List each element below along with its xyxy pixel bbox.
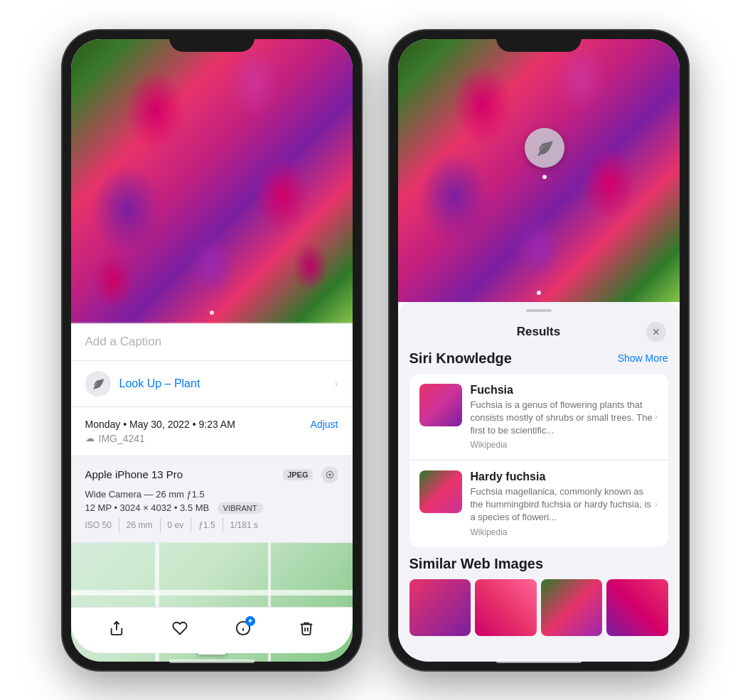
similar-img-2[interactable]: [475, 579, 537, 636]
lookup-prefix: Look Up –: [119, 377, 174, 389]
results-header: Results ✕: [398, 316, 680, 350]
adjust-button[interactable]: Adjust: [311, 419, 338, 430]
exif-shutter: 1/181 s: [223, 518, 265, 532]
photo-dot-indicator: [210, 311, 214, 315]
fuchsia-content: Fuchsia Fuchsia is a genus of flowering …: [471, 384, 658, 451]
similar-section: Similar Web Images: [409, 556, 668, 636]
info-section: Monday • May 30, 2022 • 9:23 AM Adjust ☁…: [71, 407, 353, 456]
similar-img-1[interactable]: [409, 579, 471, 636]
lookup-subject: Plant: [174, 377, 200, 389]
right-phone: Results ✕ Siri Knowledge Show More Fuchs…: [390, 31, 688, 670]
close-button[interactable]: ✕: [646, 322, 666, 342]
camera-section: Apple iPhone 13 Pro JPEG Wide Camera — 2…: [71, 456, 353, 543]
exif-focal: 26 mm: [119, 518, 161, 532]
hardy-content: Hardy fuchsia Fuchsia magellanica, commo…: [471, 470, 658, 537]
exif-row: ISO 50 26 mm 0 ev ƒ1.5 1/181 s: [85, 518, 338, 532]
siri-knowledge-title: Siri Knowledge: [409, 350, 512, 367]
exif-iso: ISO 50: [85, 518, 119, 532]
circle-icon: [325, 470, 335, 480]
knowledge-item-fuchsia[interactable]: Fuchsia Fuchsia is a genus of flowering …: [409, 374, 668, 461]
fuchsia-source: Wikipedia: [471, 440, 658, 450]
hardy-name: Hardy fuchsia: [471, 470, 658, 483]
visual-lookup-badge[interactable]: [525, 128, 564, 168]
vibrant-badge: VIBRANT: [218, 502, 263, 514]
siri-knowledge-header: Siri Knowledge Show More: [409, 350, 668, 367]
left-phone: Add a Caption Look Up – Plant › Monday •…: [63, 31, 361, 670]
info-button[interactable]: ✦: [232, 618, 254, 639]
dot-row-right: [537, 291, 541, 295]
results-panel: Results ✕ Siri Knowledge Show More Fuchs…: [398, 302, 680, 662]
hardy-thumbnail: [419, 470, 462, 513]
fuchsia-thumbnail: [419, 384, 462, 426]
lookup-leaf-icon: [535, 138, 555, 158]
date-row: Monday • May 30, 2022 • 9:23 AM Adjust: [85, 419, 338, 430]
camera-detail2-text: 12 MP • 3024 × 4032 • 3.5 MB: [85, 502, 210, 513]
map-road-h1: [71, 590, 353, 596]
hardy-source: Wikipedia: [471, 527, 658, 537]
jpeg-badge: JPEG: [283, 469, 312, 480]
share-icon: [109, 620, 124, 636]
heart-button[interactable]: [169, 618, 191, 639]
filename: IMG_4241: [99, 433, 145, 444]
trash-icon: [299, 620, 314, 636]
caption-placeholder[interactable]: Add a Caption: [85, 335, 162, 348]
camera-header: Apple iPhone 13 Pro JPEG: [85, 466, 338, 483]
cloud-icon: ☁: [85, 433, 95, 443]
similar-img-4[interactable]: [606, 579, 668, 636]
results-handle: [526, 309, 552, 312]
fuchsia-chevron: ›: [655, 411, 658, 422]
leaf-icon: [91, 377, 105, 391]
heart-icon: [172, 620, 188, 636]
lookup-row[interactable]: Look Up – Plant ›: [71, 361, 353, 407]
similar-title: Similar Web Images: [409, 556, 668, 572]
lookup-icon-circle: [85, 371, 111, 397]
bottom-toolbar: ✦: [71, 607, 353, 653]
exif-ev: 0 ev: [161, 518, 192, 532]
similar-images-row: [409, 579, 668, 636]
home-indicator-right: [496, 659, 582, 663]
right-phone-notch: [496, 31, 582, 52]
left-phone-notch: [169, 31, 255, 52]
location-icon: [321, 466, 338, 483]
show-more-button[interactable]: Show More: [618, 352, 668, 364]
knowledge-item-hardy[interactable]: Hardy fuchsia Fuchsia magellanica, commo…: [409, 461, 668, 547]
lookup-badge-dot: [542, 175, 547, 179]
home-indicator-left: [169, 659, 255, 663]
camera-detail1: Wide Camera — 26 mm ƒ1.5: [85, 489, 338, 500]
info-badge: ✦: [245, 616, 255, 626]
results-scroll[interactable]: Siri Knowledge Show More Fuchsia Fuchsia…: [398, 350, 680, 662]
fuchsia-name: Fuchsia: [471, 384, 658, 397]
hardy-chevron: ›: [655, 498, 658, 510]
left-phone-screen: Add a Caption Look Up – Plant › Monday •…: [71, 39, 353, 662]
date-text: Monday • May 30, 2022 • 9:23 AM: [85, 419, 235, 430]
exif-aperture: ƒ1.5: [191, 518, 223, 532]
lookup-label: Look Up – Plant: [119, 377, 200, 390]
delete-button[interactable]: [296, 618, 317, 639]
filename-row: ☁ IMG_4241: [85, 433, 338, 444]
dot-1: [537, 291, 541, 295]
caption-area[interactable]: Add a Caption: [71, 323, 353, 361]
lookup-chevron: ›: [335, 378, 338, 389]
camera-detail2: 12 MP • 3024 × 4032 • 3.5 MB VIBRANT: [85, 502, 338, 514]
results-title: Results: [517, 325, 560, 339]
camera-model: Apple iPhone 13 Pro: [85, 468, 183, 480]
share-button[interactable]: [106, 618, 127, 639]
right-phone-screen: Results ✕ Siri Knowledge Show More Fuchs…: [398, 39, 680, 662]
knowledge-card: Fuchsia Fuchsia is a genus of flowering …: [409, 374, 668, 547]
similar-img-3[interactable]: [541, 579, 603, 636]
svg-point-1: [328, 473, 331, 476]
hardy-description: Fuchsia magellanica, commonly known as t…: [471, 485, 658, 524]
flower-photo-right[interactable]: [398, 39, 680, 302]
flower-photo-left[interactable]: [71, 39, 353, 323]
fuchsia-description: Fuchsia is a genus of flowering plants t…: [471, 399, 658, 438]
